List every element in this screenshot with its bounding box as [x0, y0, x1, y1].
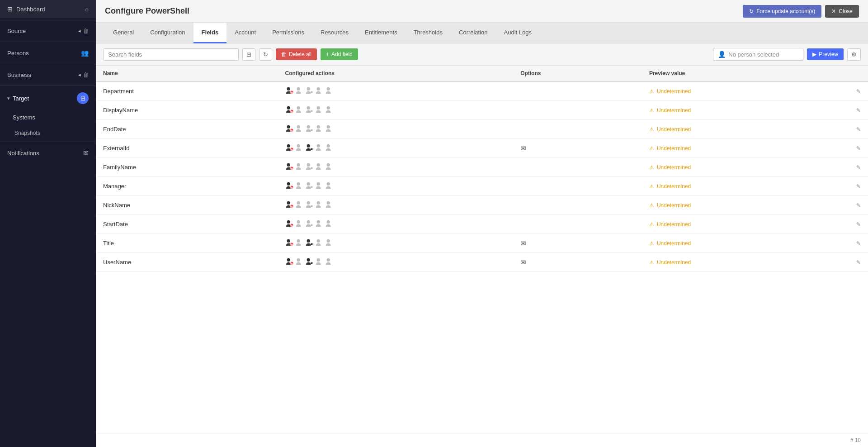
action-icon-5[interactable]: [325, 86, 333, 96]
tab-resources[interactable]: Resources: [312, 23, 357, 43]
tab-permissions[interactable]: Permissions: [264, 23, 312, 43]
action-icon-5[interactable]: [325, 143, 333, 153]
preview-button[interactable]: ▶ Preview: [807, 48, 844, 60]
sidebar-item-persons[interactable]: Persons 👥: [0, 44, 96, 62]
action-icon-2[interactable]: [295, 200, 303, 210]
refresh-button[interactable]: ↻: [259, 48, 272, 61]
action-icon-4[interactable]: [315, 162, 323, 172]
table-row: NickName + ⚠Undetermined✎: [96, 196, 868, 215]
action-icon-2[interactable]: [295, 257, 303, 267]
action-icon-5[interactable]: [325, 181, 333, 191]
action-icon-1[interactable]: +: [285, 143, 293, 153]
edit-icon[interactable]: ✎: [856, 164, 861, 171]
business-delete-icon[interactable]: 🗑: [83, 71, 89, 78]
edit-icon[interactable]: ✎: [856, 240, 861, 247]
sidebar-item-source[interactable]: Source ◂ 🗑: [0, 22, 96, 40]
action-icon-3[interactable]: [305, 143, 313, 153]
action-icon-5[interactable]: [325, 124, 333, 134]
preview-value-cell: ⚠Undetermined: [642, 101, 849, 120]
action-icon-3[interactable]: [305, 257, 313, 267]
tab-entitlements[interactable]: Entitlements: [357, 23, 406, 43]
tab-general[interactable]: General: [105, 23, 142, 43]
edit-icon[interactable]: ✎: [856, 202, 861, 209]
search-input[interactable]: [108, 51, 234, 58]
action-icon-2[interactable]: [295, 105, 303, 115]
sidebar-item-dashboard[interactable]: ⊞ Dashboard ⌂: [0, 0, 96, 18]
action-icon-1[interactable]: +: [285, 257, 293, 267]
action-icon-1[interactable]: +: [285, 200, 293, 210]
action-icon-3[interactable]: [305, 124, 313, 134]
action-icon-3[interactable]: [305, 105, 313, 115]
add-field-button[interactable]: + Add field: [321, 48, 358, 60]
field-name: DisplayName: [96, 101, 278, 120]
edit-cell: ✎: [849, 81, 868, 101]
action-icon-4[interactable]: [315, 181, 323, 191]
action-icon-4[interactable]: [315, 257, 323, 267]
action-icon-3[interactable]: [305, 200, 313, 210]
action-icon-3[interactable]: [305, 86, 313, 96]
tab-configuration[interactable]: Configuration: [142, 23, 193, 43]
action-icon-1[interactable]: +: [285, 238, 293, 248]
edit-icon[interactable]: ✎: [856, 221, 861, 228]
delete-all-button[interactable]: 🗑 Delete all: [276, 48, 317, 60]
sidebar-item-systems[interactable]: Systems: [0, 109, 96, 126]
action-icon-5[interactable]: [325, 257, 333, 267]
action-icon-5[interactable]: [325, 219, 333, 229]
action-icon-3[interactable]: [305, 181, 313, 191]
action-icon-5[interactable]: [325, 200, 333, 210]
action-icon-2[interactable]: [295, 219, 303, 229]
sidebar-item-target[interactable]: ▾ Target ⊞: [0, 88, 96, 109]
action-icon-2[interactable]: [295, 124, 303, 134]
action-icon-3[interactable]: [305, 162, 313, 172]
action-icon-2[interactable]: [295, 162, 303, 172]
edit-icon[interactable]: ✎: [856, 259, 861, 266]
action-icon-1[interactable]: +: [285, 181, 293, 191]
action-icon-4[interactable]: [315, 86, 323, 96]
action-icon-2[interactable]: [295, 143, 303, 153]
action-icon-4[interactable]: [315, 124, 323, 134]
sidebar-item-notifications[interactable]: Notifications ✉: [0, 144, 96, 162]
action-icon-2[interactable]: [295, 86, 303, 96]
preview-settings-button[interactable]: ⚙: [847, 48, 861, 61]
action-icon-1[interactable]: +: [285, 162, 293, 172]
action-icon-5[interactable]: [325, 238, 333, 248]
action-icon-1[interactable]: +: [285, 124, 293, 134]
action-icon-5[interactable]: [325, 162, 333, 172]
edit-icon[interactable]: ✎: [856, 107, 861, 114]
tab-audit-logs[interactable]: Audit Logs: [496, 23, 540, 43]
force-update-button[interactable]: ↻ Force update account(s): [743, 5, 821, 18]
edit-icon[interactable]: ✎: [856, 126, 861, 133]
action-icon-5[interactable]: [325, 105, 333, 115]
tab-correlation[interactable]: Correlation: [451, 23, 496, 43]
action-icon-3[interactable]: [305, 219, 313, 229]
close-button[interactable]: ✕ Close: [825, 5, 859, 18]
email-icon: ✉: [520, 258, 526, 266]
action-icon-4[interactable]: [315, 200, 323, 210]
sidebar-item-business[interactable]: Business ◂ 🗑: [0, 66, 96, 84]
source-delete-icon[interactable]: 🗑: [83, 28, 89, 34]
action-icon-4[interactable]: [315, 238, 323, 248]
action-icon-3[interactable]: [305, 238, 313, 248]
edit-icon[interactable]: ✎: [856, 145, 861, 152]
edit-icon[interactable]: ✎: [856, 88, 861, 95]
action-icon-2[interactable]: [295, 181, 303, 191]
preview-value-cell: ⚠Undetermined: [642, 253, 849, 272]
action-icon-2[interactable]: [295, 238, 303, 248]
main-content: Configure PowerShell ↻ Force update acco…: [96, 0, 868, 447]
tab-thresholds[interactable]: Thresholds: [406, 23, 451, 43]
action-icon-4[interactable]: [315, 219, 323, 229]
action-icon-4[interactable]: [315, 105, 323, 115]
tab-fields[interactable]: Fields: [193, 23, 227, 43]
action-icon-1[interactable]: +: [285, 219, 293, 229]
preview-value: ⚠Undetermined: [649, 202, 842, 209]
action-icon-1[interactable]: +: [285, 86, 293, 96]
action-icon-1[interactable]: +: [285, 105, 293, 115]
person-selector[interactable]: 👤 No person selected: [713, 48, 803, 61]
action-icon-4[interactable]: [315, 143, 323, 153]
sidebar-item-snapshots[interactable]: Snapshots: [0, 126, 96, 140]
tab-account[interactable]: Account: [226, 23, 264, 43]
filter-button[interactable]: ⊟: [242, 48, 255, 61]
col-actions-edit: [849, 66, 868, 81]
warning-icon: ⚠: [649, 202, 654, 209]
edit-icon[interactable]: ✎: [856, 183, 861, 190]
